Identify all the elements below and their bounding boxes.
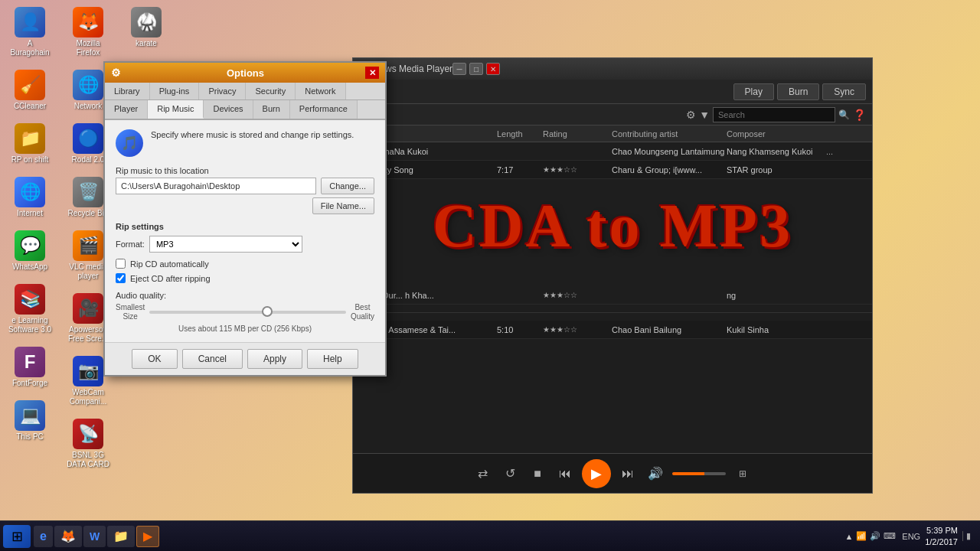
options-body: 🎵 Specify where music is stored and chan… [105, 120, 385, 342]
tab-performance[interactable]: Performance [290, 100, 358, 119]
icon-internet[interactable]: 🌐 Internet [4, 174, 56, 221]
icon-this-pc[interactable]: 💻 This PC [4, 397, 56, 445]
icon-ccleaner[interactable]: 🧹 CCleaner [4, 67, 56, 114]
quality-note: Uses about 115 MB per CD (256 Kbps) [116, 324, 374, 333]
rip-path-input[interactable] [116, 178, 316, 194]
maximize-button[interactable]: □ [469, 63, 483, 75]
cancel-button[interactable]: Cancel [182, 349, 243, 369]
repeat-button[interactable]: ↺ [499, 463, 521, 484]
icon-mozilla[interactable]: 🦊 Mozilla Firefox [62, 4, 114, 60]
clock-date: 1/2/2017 [925, 536, 958, 547]
tab-plugins[interactable]: Plug-ins [150, 83, 200, 99]
volume-slider[interactable] [672, 472, 726, 475]
dialog-titlebar: ⚙ Options ✕ [105, 63, 385, 83]
play-button[interactable]: ▶ [582, 459, 611, 488]
taskbar-ie[interactable]: e [34, 526, 53, 547]
sync-tab-button[interactable]: Sync [822, 83, 866, 100]
minimize-button[interactable]: ─ [452, 63, 466, 75]
close-button[interactable]: ✕ [486, 63, 500, 75]
col-composer-header: Composer [727, 129, 826, 139]
taskbar-wmp[interactable]: ▶ [136, 526, 159, 547]
tab-burn[interactable]: Burn [253, 100, 290, 119]
track-row[interactable]: ao TaThaNa Kukoi Chao Moungseng Lantaimu… [353, 142, 872, 161]
tray-arrow-icon[interactable]: ▲ [844, 532, 853, 541]
taskbar-explorer[interactable]: 📁 [107, 526, 135, 547]
options-close-button[interactable]: ✕ [365, 67, 379, 79]
firefox-icon: 🦊 [60, 529, 76, 543]
tab-network[interactable]: Network [296, 83, 345, 99]
track-row[interactable]: Tai Unity Song 7:17 ★★★☆☆ Charu & Group;… [353, 161, 872, 179]
track-row[interactable]: We Are Assamese & Tai... 5:10 ★★★☆☆ Chao… [353, 321, 872, 339]
search-input[interactable] [713, 107, 835, 122]
view-toggle-button[interactable]: ⊞ [732, 463, 753, 484]
rip-header: 🎵 Specify where music is stored and chan… [116, 129, 374, 157]
icon-elearning[interactable]: 📚 e LearningSoftware 3.0 [4, 281, 56, 337]
tab-library[interactable]: Library [105, 83, 150, 99]
tab-security[interactable]: Security [246, 83, 296, 99]
prev-button[interactable]: ⏮ [554, 463, 576, 484]
help-icon[interactable]: ❓ [853, 109, 866, 121]
rip-cd-auto-label[interactable]: Rip CD automatically [130, 259, 209, 269]
tab-rip-music[interactable]: Rip Music [148, 100, 204, 119]
tab-privacy[interactable]: Privacy [199, 83, 246, 99]
eject-cd-checkbox[interactable] [116, 273, 126, 283]
icon-karate[interactable]: 🥋 karate [120, 4, 172, 51]
format-row: Format: MP3 Windows Media Audio Windows … [116, 236, 374, 253]
system-clock[interactable]: 5:39 PM 1/2/2017 [925, 525, 958, 547]
wmp-toolbar: Play Burn Sync [353, 80, 872, 104]
taskbar-firefox[interactable]: 🦊 [54, 526, 82, 547]
clock-time: 5:39 PM [925, 525, 958, 536]
taskbar-word[interactable]: W [83, 526, 106, 547]
overlay-cda-to-mp3: CDA to MP3 [433, 191, 792, 261]
quality-slider[interactable] [149, 311, 346, 314]
play-tab-button[interactable]: Play [733, 83, 774, 100]
icon-whatsapp[interactable]: 💬 WhatsApp [4, 227, 56, 275]
col-length-header: Length [497, 129, 543, 139]
help-button[interactable]: Help [307, 349, 358, 369]
options-dialog-title: Options [126, 67, 365, 79]
tab-player[interactable]: Player [105, 100, 148, 119]
audio-quality-label: Audio quality: [116, 291, 374, 300]
change-button[interactable]: Change... [321, 178, 374, 194]
format-label: Format: [116, 240, 145, 249]
explorer-icon: 📁 [113, 529, 129, 543]
eject-cd-label[interactable]: Eject CD after ripping [130, 274, 211, 283]
mute-button[interactable]: 🔊 [645, 463, 666, 484]
start-button[interactable]: ⊞ [3, 525, 31, 548]
rip-location-row: Change... [116, 178, 374, 194]
quality-min-label: SmallestSize [116, 303, 145, 321]
track-row[interactable]: Mung Dur... h Kha... ★★★☆☆ ng [353, 286, 872, 305]
filename-button[interactable]: File Name... [312, 197, 374, 214]
track-header: Title Length Rating Contributing artist … [353, 126, 872, 142]
show-desktop-button[interactable]: ▮ [962, 531, 971, 541]
wmp-window-controls: ─ □ ✕ [452, 63, 500, 75]
options-footer: OK Cancel Apply Help [105, 342, 385, 375]
rip-cd-auto-row: Rip CD automatically [116, 259, 374, 269]
volume-tray-icon[interactable]: 🔊 [870, 531, 880, 541]
rip-location-label: Rip music to this location [116, 166, 374, 175]
word-icon: W [90, 530, 100, 543]
dropdown-icon[interactable]: ▼ [699, 109, 710, 121]
icon-fontforge[interactable]: F FontForge [4, 344, 56, 391]
icon-a-buragohain[interactable]: 👤 A Buragohain [4, 4, 56, 60]
wmp-window: Windows Media Player ─ □ ✕ Play Burn Syn… [352, 57, 873, 494]
settings-icon[interactable]: ⚙ [686, 109, 696, 121]
shuffle-button[interactable]: ⇄ [472, 463, 493, 484]
options-tabs-top: Library Plug-ins Privacy Security Networ… [105, 83, 385, 100]
stop-button[interactable]: ■ [527, 463, 548, 484]
wmp-task-icon: ▶ [143, 529, 152, 543]
next-button[interactable]: ⏭ [617, 463, 639, 484]
rip-settings-title: Rip settings [116, 222, 374, 231]
ok-button[interactable]: OK [132, 349, 177, 369]
quality-section: Audio quality: SmallestSize BestQuality … [116, 291, 374, 333]
burn-tab-button[interactable]: Burn [777, 83, 819, 100]
tab-devices[interactable]: Devices [204, 100, 253, 119]
desktop: 👤 A Buragohain 🧹 CCleaner 📁 RP on shift … [0, 0, 980, 551]
rip-cd-auto-checkbox[interactable] [116, 259, 126, 269]
search-icon[interactable]: 🔍 [838, 109, 850, 120]
icon-bsnl[interactable]: 📡 BSNL 3GDATA CARD [62, 416, 114, 472]
apply-button[interactable]: Apply [247, 349, 302, 369]
taskbar-right: ▲ 📶 🔊 ⌨ ENG 5:39 PM 1/2/2017 ▮ [844, 525, 977, 547]
format-select[interactable]: MP3 Windows Media Audio Windows Media Au… [149, 236, 302, 253]
icon-rp-on-shift[interactable]: 📁 RP on shift [4, 120, 56, 168]
